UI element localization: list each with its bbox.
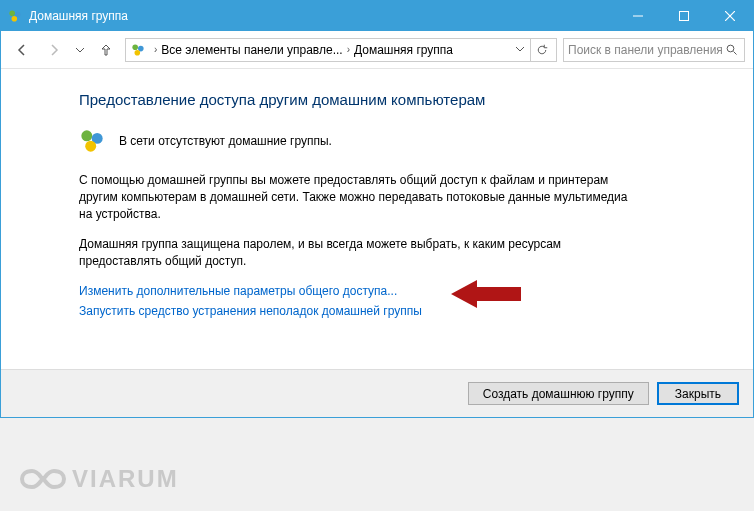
troubleshoot-link[interactable]: Запустить средство устранения неполадок … [79,304,713,318]
content-pane: Предоставление доступа другим домашним к… [1,69,753,318]
svg-point-14 [85,141,96,152]
svg-point-12 [81,130,92,141]
window-title: Домашняя группа [29,9,615,23]
control-panel-window: Домашняя группа [0,0,754,418]
minimize-button[interactable] [615,1,661,31]
close-dialog-button[interactable]: Закрыть [657,382,739,405]
svg-point-2 [12,16,18,22]
search-icon[interactable] [724,44,740,56]
chevron-right-icon[interactable]: › [347,44,350,55]
watermark: VIARUM [20,465,179,493]
svg-point-10 [727,45,734,52]
svg-point-7 [132,44,138,50]
forward-button[interactable] [41,37,67,63]
watermark-text: VIARUM [72,465,179,493]
titlebar: Домашняя группа [1,1,753,31]
address-dropdown-icon[interactable] [514,44,526,55]
homegroup-icon [130,42,146,58]
back-button[interactable] [9,37,35,63]
chevron-right-icon[interactable]: › [154,44,157,55]
change-sharing-settings-link[interactable]: Изменить дополнительные параметры общего… [79,284,713,298]
search-placeholder: Поиск в панели управления [568,43,724,57]
page-heading: Предоставление доступа другим домашним к… [79,91,713,108]
homegroup-icon [79,128,105,154]
create-homegroup-button[interactable]: Создать домашнюю группу [468,382,649,405]
up-button[interactable] [93,37,119,63]
svg-point-0 [9,10,15,16]
status-row: В сети отсутствуют домашние группы. [79,128,713,154]
maximize-button[interactable] [661,1,707,31]
close-button[interactable] [707,1,753,31]
refresh-button[interactable] [530,39,552,61]
svg-line-11 [734,51,737,54]
status-text: В сети отсутствуют домашние группы. [119,134,332,148]
nav-toolbar: › Все элементы панели управле... › Домаш… [1,31,753,69]
breadcrumb-item[interactable]: Домашняя группа [354,43,453,57]
dialog-footer: Создать домашнюю группу Закрыть [1,369,753,417]
window-controls [615,1,753,31]
description-paragraph: Домашняя группа защищена паролем, и вы в… [79,236,639,270]
homegroup-icon [7,8,23,24]
breadcrumb-item[interactable]: Все элементы панели управле... [161,43,342,57]
infinity-icon [20,465,66,493]
svg-point-9 [135,50,141,56]
description-paragraph: С помощью домашней группы вы можете пред… [79,172,639,222]
search-input[interactable]: Поиск в панели управления [563,38,745,62]
svg-rect-4 [680,12,689,21]
annotation-arrow-icon [451,278,521,314]
svg-marker-15 [451,280,521,308]
recent-locations-dropdown[interactable] [73,37,87,63]
address-bar[interactable]: › Все элементы панели управле... › Домаш… [125,38,557,62]
